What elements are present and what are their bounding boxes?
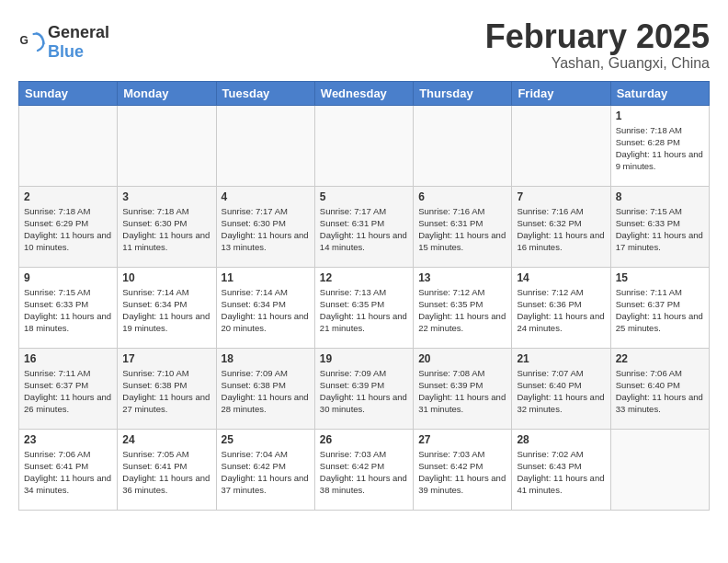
svg-text:G: G bbox=[20, 34, 28, 47]
day-number: 8 bbox=[616, 190, 704, 203]
day-cell: 12Sunrise: 7:13 AMSunset: 6:35 PMDayligh… bbox=[314, 267, 413, 348]
day-number: 19 bbox=[320, 352, 408, 365]
day-cell: 2Sunrise: 7:18 AMSunset: 6:29 PMDaylight… bbox=[19, 186, 118, 267]
day-info: Sunrise: 7:09 AMSunset: 6:39 PMDaylight:… bbox=[320, 367, 408, 416]
day-info: Sunrise: 7:02 AMSunset: 6:43 PMDaylight:… bbox=[517, 448, 605, 497]
day-cell bbox=[512, 105, 610, 186]
day-number: 12 bbox=[320, 271, 408, 284]
week-row-4: 16Sunrise: 7:11 AMSunset: 6:37 PMDayligh… bbox=[19, 348, 710, 429]
calendar-table: SundayMondayTuesdayWednesdayThursdayFrid… bbox=[18, 81, 710, 511]
day-number: 5 bbox=[320, 190, 408, 203]
day-info: Sunrise: 7:12 AMSunset: 6:35 PMDaylight:… bbox=[418, 286, 506, 335]
day-info: Sunrise: 7:13 AMSunset: 6:35 PMDaylight:… bbox=[320, 286, 408, 335]
day-info: Sunrise: 7:14 AMSunset: 6:34 PMDaylight:… bbox=[222, 286, 310, 335]
week-row-2: 2Sunrise: 7:18 AMSunset: 6:29 PMDaylight… bbox=[19, 186, 710, 267]
logo-blue: Blue bbox=[48, 42, 84, 61]
day-info: Sunrise: 7:05 AMSunset: 6:41 PMDaylight:… bbox=[122, 448, 210, 497]
day-number: 9 bbox=[24, 271, 112, 284]
day-number: 1 bbox=[616, 109, 704, 122]
day-cell: 14Sunrise: 7:12 AMSunset: 6:36 PMDayligh… bbox=[512, 267, 610, 348]
day-cell: 7Sunrise: 7:16 AMSunset: 6:32 PMDaylight… bbox=[512, 186, 610, 267]
logo: G General Blue bbox=[18, 23, 109, 62]
week-row-5: 23Sunrise: 7:06 AMSunset: 6:41 PMDayligh… bbox=[19, 429, 710, 510]
weekday-header-monday: Monday bbox=[118, 81, 216, 105]
weekday-header-thursday: Thursday bbox=[414, 81, 512, 105]
day-number: 22 bbox=[616, 352, 704, 365]
day-number: 25 bbox=[222, 433, 310, 446]
day-number: 10 bbox=[122, 271, 210, 284]
day-cell: 3Sunrise: 7:18 AMSunset: 6:30 PMDaylight… bbox=[118, 186, 216, 267]
day-number: 3 bbox=[122, 190, 210, 203]
day-cell: 25Sunrise: 7:04 AMSunset: 6:42 PMDayligh… bbox=[216, 429, 314, 510]
day-cell: 10Sunrise: 7:14 AMSunset: 6:34 PMDayligh… bbox=[118, 267, 216, 348]
day-number: 21 bbox=[517, 352, 605, 365]
day-info: Sunrise: 7:03 AMSunset: 6:42 PMDaylight:… bbox=[418, 448, 506, 497]
day-cell: 21Sunrise: 7:07 AMSunset: 6:40 PMDayligh… bbox=[512, 348, 610, 429]
day-cell: 27Sunrise: 7:03 AMSunset: 6:42 PMDayligh… bbox=[414, 429, 512, 510]
day-info: Sunrise: 7:06 AMSunset: 6:40 PMDaylight:… bbox=[616, 367, 704, 416]
day-cell: 13Sunrise: 7:12 AMSunset: 6:35 PMDayligh… bbox=[414, 267, 512, 348]
day-info: Sunrise: 7:11 AMSunset: 6:37 PMDaylight:… bbox=[616, 286, 704, 335]
day-info: Sunrise: 7:17 AMSunset: 6:31 PMDaylight:… bbox=[320, 205, 408, 254]
day-number: 18 bbox=[222, 352, 310, 365]
day-number: 28 bbox=[517, 433, 605, 446]
day-cell: 26Sunrise: 7:03 AMSunset: 6:42 PMDayligh… bbox=[314, 429, 413, 510]
day-cell: 17Sunrise: 7:10 AMSunset: 6:38 PMDayligh… bbox=[118, 348, 216, 429]
day-number: 17 bbox=[122, 352, 210, 365]
day-cell: 28Sunrise: 7:02 AMSunset: 6:43 PMDayligh… bbox=[512, 429, 610, 510]
day-number: 13 bbox=[418, 271, 506, 284]
calendar-subtitle: Yashan, Guangxi, China bbox=[485, 55, 710, 72]
day-info: Sunrise: 7:08 AMSunset: 6:39 PMDaylight:… bbox=[418, 367, 506, 416]
day-info: Sunrise: 7:09 AMSunset: 6:38 PMDaylight:… bbox=[222, 367, 310, 416]
day-cell: 1Sunrise: 7:18 AMSunset: 6:28 PMDaylight… bbox=[610, 105, 709, 186]
day-cell bbox=[118, 105, 216, 186]
day-number: 24 bbox=[122, 433, 210, 446]
day-info: Sunrise: 7:03 AMSunset: 6:42 PMDaylight:… bbox=[320, 448, 408, 497]
day-info: Sunrise: 7:17 AMSunset: 6:30 PMDaylight:… bbox=[222, 205, 310, 254]
day-number: 2 bbox=[24, 190, 112, 203]
day-info: Sunrise: 7:15 AMSunset: 6:33 PMDaylight:… bbox=[24, 286, 112, 335]
day-cell: 23Sunrise: 7:06 AMSunset: 6:41 PMDayligh… bbox=[19, 429, 118, 510]
day-info: Sunrise: 7:16 AMSunset: 6:31 PMDaylight:… bbox=[418, 205, 506, 254]
day-cell: 4Sunrise: 7:17 AMSunset: 6:30 PMDaylight… bbox=[216, 186, 314, 267]
day-number: 6 bbox=[418, 190, 506, 203]
week-row-3: 9Sunrise: 7:15 AMSunset: 6:33 PMDaylight… bbox=[19, 267, 710, 348]
day-cell: 16Sunrise: 7:11 AMSunset: 6:37 PMDayligh… bbox=[19, 348, 118, 429]
page-header: G General Blue February 2025 Yashan, Gua… bbox=[18, 18, 710, 72]
weekday-header-saturday: Saturday bbox=[610, 81, 709, 105]
weekday-header-friday: Friday bbox=[512, 81, 610, 105]
day-number: 7 bbox=[517, 190, 605, 203]
day-number: 26 bbox=[320, 433, 408, 446]
day-info: Sunrise: 7:12 AMSunset: 6:36 PMDaylight:… bbox=[517, 286, 605, 335]
day-cell: 9Sunrise: 7:15 AMSunset: 6:33 PMDaylight… bbox=[19, 267, 118, 348]
weekday-header-sunday: Sunday bbox=[19, 81, 118, 105]
day-info: Sunrise: 7:18 AMSunset: 6:29 PMDaylight:… bbox=[24, 205, 112, 254]
title-section: February 2025 Yashan, Guangxi, China bbox=[485, 18, 710, 72]
day-cell bbox=[414, 105, 512, 186]
day-cell bbox=[314, 105, 413, 186]
day-cell: 11Sunrise: 7:14 AMSunset: 6:34 PMDayligh… bbox=[216, 267, 314, 348]
day-number: 27 bbox=[418, 433, 506, 446]
day-info: Sunrise: 7:18 AMSunset: 6:28 PMDaylight:… bbox=[616, 124, 704, 173]
day-info: Sunrise: 7:14 AMSunset: 6:34 PMDaylight:… bbox=[122, 286, 210, 335]
day-info: Sunrise: 7:11 AMSunset: 6:37 PMDaylight:… bbox=[24, 367, 112, 416]
day-info: Sunrise: 7:16 AMSunset: 6:32 PMDaylight:… bbox=[517, 205, 605, 254]
day-cell: 19Sunrise: 7:09 AMSunset: 6:39 PMDayligh… bbox=[314, 348, 413, 429]
day-info: Sunrise: 7:10 AMSunset: 6:38 PMDaylight:… bbox=[122, 367, 210, 416]
day-cell: 22Sunrise: 7:06 AMSunset: 6:40 PMDayligh… bbox=[610, 348, 709, 429]
weekday-header-wednesday: Wednesday bbox=[314, 81, 413, 105]
week-row-1: 1Sunrise: 7:18 AMSunset: 6:28 PMDaylight… bbox=[19, 105, 710, 186]
day-cell: 24Sunrise: 7:05 AMSunset: 6:41 PMDayligh… bbox=[118, 429, 216, 510]
weekday-header-tuesday: Tuesday bbox=[216, 81, 314, 105]
logo-icon: G bbox=[18, 29, 46, 56]
day-number: 16 bbox=[24, 352, 112, 365]
day-number: 11 bbox=[222, 271, 310, 284]
day-number: 15 bbox=[616, 271, 704, 284]
day-cell: 8Sunrise: 7:15 AMSunset: 6:33 PMDaylight… bbox=[610, 186, 709, 267]
day-cell bbox=[19, 105, 118, 186]
day-number: 4 bbox=[222, 190, 310, 203]
calendar-title: February 2025 bbox=[485, 18, 710, 55]
day-info: Sunrise: 7:06 AMSunset: 6:41 PMDaylight:… bbox=[24, 448, 112, 497]
day-info: Sunrise: 7:07 AMSunset: 6:40 PMDaylight:… bbox=[517, 367, 605, 416]
day-cell: 5Sunrise: 7:17 AMSunset: 6:31 PMDaylight… bbox=[314, 186, 413, 267]
